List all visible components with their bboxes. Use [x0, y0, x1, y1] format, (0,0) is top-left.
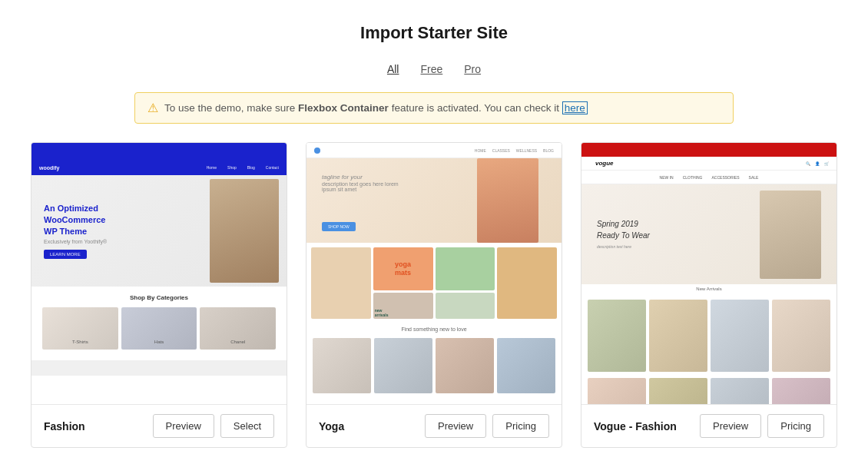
- filter-tab-all[interactable]: All: [384, 61, 403, 77]
- yoga-bottom-grid: [306, 335, 562, 396]
- warning-icon: ⚠: [147, 101, 158, 115]
- yoga-pricing-button[interactable]: Pricing: [492, 414, 549, 438]
- vogue-product-2: [649, 300, 707, 372]
- filter-tab-pro[interactable]: Pro: [461, 61, 484, 77]
- yoga-bottom-item-2: [374, 338, 432, 393]
- card-preview-fashion: woodify Home Shop Blog Contact An Optimi…: [31, 143, 287, 404]
- yoga-hero: tagline for your description text goes h…: [306, 158, 562, 243]
- card-preview-vogue: vogue 🔍 👤 🛒 NEW IN CLOTHING ACCESSORIES …: [581, 143, 837, 404]
- vogue-nav: vogue 🔍 👤 🛒: [581, 157, 837, 171]
- cards-grid: woodify Home Shop Blog Contact An Optimi…: [31, 142, 837, 448]
- card-footer-fashion: Fashion Preview Select: [31, 404, 287, 447]
- vogue-product-6: [649, 378, 707, 404]
- fashion-mockup: woodify Home Shop Blog Contact An Optimi…: [31, 143, 287, 404]
- notice-text: To use the demo, make sure Flexbox Conta…: [164, 102, 588, 114]
- yoga-find-text: Find something new to love: [306, 323, 562, 335]
- fashion-cat-item-2: Hats: [121, 307, 197, 350]
- yoga-hero-btn: SHOP NOW: [322, 222, 356, 231]
- notice-bar: ⚠ To use the demo, make sure Flexbox Con…: [134, 92, 734, 124]
- filter-tabs: All Free Pro: [31, 61, 837, 77]
- yoga-nav-logo: [314, 147, 320, 154]
- notice-link[interactable]: here: [562, 101, 588, 114]
- vogue-product-grid-2: [581, 378, 837, 404]
- card-fashion: woodify Home Shop Blog Contact An Optimi…: [31, 142, 287, 448]
- yoga-preview-button[interactable]: Preview: [425, 414, 486, 438]
- card-footer-vogue: Vogue - Fashion Preview Pricing: [581, 404, 837, 447]
- vogue-top-bar: [581, 143, 837, 157]
- yoga-nav: HOME CLASSES WELLNESS BLOG: [306, 143, 562, 158]
- card-footer-yoga: Yoga Preview Pricing: [306, 404, 562, 447]
- card-preview-yoga: HOME CLASSES WELLNESS BLOG tagline for y…: [306, 143, 562, 404]
- page-wrapper: Import Starter Site All Free Pro ⚠ To us…: [0, 0, 868, 463]
- fashion-cat-item-3: Chanel: [200, 307, 276, 350]
- vogue-product-5: [588, 378, 646, 404]
- card-actions-fashion: Preview Select: [153, 414, 274, 438]
- card-name-yoga: Yoga: [319, 420, 344, 433]
- fashion-select-button[interactable]: Select: [220, 414, 274, 438]
- vogue-product-3: [711, 300, 769, 372]
- yoga-hero-image: [477, 158, 538, 243]
- card-actions-yoga: Preview Pricing: [425, 414, 549, 438]
- card-yoga: HOME CLASSES WELLNESS BLOG tagline for y…: [306, 142, 562, 448]
- vogue-preview-button[interactable]: Preview: [700, 414, 761, 438]
- vogue-pricing-button[interactable]: Pricing: [767, 414, 824, 438]
- card-name-vogue: Vogue - Fashion: [594, 420, 677, 433]
- fashion-preview-button[interactable]: Preview: [153, 414, 214, 438]
- vogue-hero: Spring 2019Ready To Wear description tex…: [581, 184, 837, 284]
- vogue-product-4: [772, 300, 830, 372]
- fashion-top-bar: [31, 143, 287, 160]
- fashion-cat-item-1: T-Shirts: [42, 307, 118, 350]
- yoga-bottom-item-1: [313, 338, 371, 393]
- vogue-hero-image: [760, 191, 821, 279]
- yoga-bottom-item-3: [436, 338, 494, 393]
- vogue-product-1: [588, 300, 646, 372]
- yoga-bottom-item-4: [497, 338, 555, 393]
- vogue-product-7: [711, 378, 769, 404]
- vogue-product-grid-1: [581, 293, 837, 378]
- vogue-product-8: [772, 378, 830, 404]
- filter-tab-free[interactable]: Free: [417, 61, 446, 77]
- card-vogue-fashion: vogue 🔍 👤 🛒 NEW IN CLOTHING ACCESSORIES …: [581, 142, 837, 448]
- page-title: Import Starter Site: [31, 23, 837, 43]
- yoga-mockup: HOME CLASSES WELLNESS BLOG tagline for y…: [306, 143, 562, 404]
- card-name-fashion: Fashion: [44, 420, 85, 433]
- fashion-hero-image: [210, 179, 279, 283]
- vogue-mockup: vogue 🔍 👤 🛒 NEW IN CLOTHING ACCESSORIES …: [581, 143, 837, 404]
- fashion-categories: Shop By Categories T-Shirts Hats Chanel: [31, 287, 287, 357]
- fashion-hero: An OptimizedWooCommerceWP Theme Exclusiv…: [31, 175, 287, 287]
- card-actions-vogue: Preview Pricing: [700, 414, 824, 438]
